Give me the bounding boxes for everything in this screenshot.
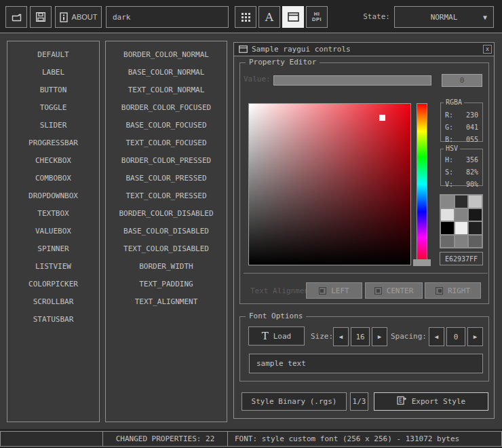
close-icon[interactable]: x [483,45,492,54]
load-font-button[interactable]: T Load [248,326,305,346]
property-list-item[interactable]: BASE_COLOR_PRESSED [106,170,227,187]
palette-swatch[interactable] [469,195,482,208]
folder-icon [11,12,22,22]
rgba-group: RGBA R:230 G:041 B:055 [440,102,483,142]
property-list-item[interactable]: TEXT_PADDING [106,276,227,293]
window-titlebar[interactable]: Sample raygui controls [234,43,494,56]
palette-swatch[interactable] [455,209,468,221]
align-center-button[interactable]: CENTER [365,282,423,299]
palette-swatch[interactable] [469,222,482,234]
style-color-palette [440,194,483,248]
property-list-item[interactable]: BASE_COLOR_DISABLED [106,223,227,240]
page-indicator[interactable]: 1/3 [350,392,368,411]
spacing-value-box[interactable]: 0 [446,327,465,346]
color-picker-cursor[interactable] [379,115,385,121]
grid-mode-button[interactable] [235,6,256,28]
control-list-item[interactable]: COMBOBOX [7,170,99,187]
spacing-decrease-button[interactable]: ◀ [429,327,444,346]
property-list-item[interactable]: BORDER_WIDTH [106,258,227,276]
property-list-item[interactable]: BORDER_COLOR_DISABLED [106,205,227,223]
property-list-item[interactable]: TEXT_COLOR_FOCUSED [106,134,227,152]
align-left-button[interactable]: LEFT [306,282,362,299]
statusbar: CHANGED PROPERTIES: 22 FONT: style custo… [0,429,502,448]
hue-bar[interactable] [417,103,427,265]
palette-swatch[interactable] [469,236,482,248]
rguistyler-app: ABOUT dark A HI DPI State: NORMAL ▼ [0,0,502,448]
font-options-label: Font Options [246,312,306,320]
property-list-item[interactable]: BORDER_COLOR_PRESSED [106,152,227,170]
hsv-hue-row: H:356 [441,153,482,166]
palette-swatch[interactable] [441,209,454,221]
palette-swatch[interactable] [455,222,468,234]
font-A-icon: A [265,10,273,24]
control-list-item[interactable]: SCROLLBAR [7,293,99,311]
properties-list: BORDER_COLOR_NORMAL BASE_COLOR_NORMAL TE… [105,41,227,422]
align-right-icon [436,287,443,295]
text-alignment-label: Text Alignmen [250,286,306,295]
control-list-item[interactable]: LISTVIEW [7,258,99,276]
hsv-label: HSV [444,145,460,152]
property-list-item[interactable]: TEXT_COLOR_NORMAL [106,81,227,99]
control-list-item[interactable]: SPINNER [7,240,99,258]
control-list-item[interactable]: PROGRESSBAR [7,134,99,152]
property-list-item[interactable]: TEXT_COLOR_PRESSED [106,187,227,205]
palette-swatch[interactable] [441,195,454,208]
about-button[interactable]: ABOUT [55,6,102,28]
style-name-input[interactable]: dark [106,6,229,28]
property-list-item[interactable]: TEXT_COLOR_DISABLED [106,240,227,258]
size-value-box[interactable]: 16 [351,327,370,346]
state-dropdown[interactable]: NORMAL ▼ [394,6,494,28]
property-list-item[interactable]: BORDER_COLOR_NORMAL [106,46,227,64]
window-title-icon [239,43,248,56]
palette-swatch[interactable] [441,222,454,234]
grid-icon [241,12,251,22]
save-button[interactable] [30,6,52,28]
state-dropdown-value: NORMAL [431,13,458,22]
control-list-item[interactable]: VALUEBOX [7,223,99,240]
hue-bar-thumb[interactable] [413,259,431,266]
palette-swatch[interactable] [441,236,454,248]
svg-text:E: E [399,398,402,404]
font-T-icon: T [262,331,269,341]
control-list-item[interactable]: COLORPICKER [7,276,99,293]
property-list-item[interactable]: BASE_COLOR_NORMAL [106,64,227,81]
hidpi-button[interactable]: HI DPI [306,6,328,28]
hex-color-value[interactable]: E62937FF [440,252,483,265]
chevron-down-icon: ▼ [483,14,487,21]
color-picker-panel[interactable] [248,103,411,265]
property-list-item[interactable]: BORDER_COLOR_FOCUSED [106,99,227,117]
info-icon [60,12,68,22]
align-right-button[interactable]: RIGHT [425,282,481,299]
control-list-item[interactable]: STATUSBAR [7,311,99,329]
palette-swatch[interactable] [455,195,468,208]
control-list-item[interactable]: SLIDER [7,117,99,134]
control-list-item[interactable]: TOGGLE [7,99,99,117]
export-style-button[interactable]: E Export Style [374,392,488,411]
control-list-item[interactable]: CHECKBOX [7,152,99,170]
control-list-item[interactable]: BUTTON [7,81,99,99]
property-list-item[interactable]: TEXT_ALIGNMENT [106,293,227,311]
palette-swatch[interactable] [455,236,468,248]
changed-properties-status: CHANGED PROPERTIES: 22 [102,431,228,447]
value-slider[interactable] [273,75,431,86]
new-file-button[interactable] [5,6,27,28]
control-list-item[interactable]: DROPDOWNBOX [7,187,99,205]
sample-text-input[interactable]: sample text [249,354,483,373]
palette-swatch[interactable] [469,209,482,221]
size-decrease-button[interactable]: ◀ [333,327,349,346]
style-binary-dropdown[interactable]: Style Binary (.rgs) [242,392,347,411]
value-box[interactable]: 0 [442,74,482,87]
size-label: Size: [311,332,333,341]
control-list-item[interactable]: DEFAULT [7,46,99,64]
sample-controls-window: Sample raygui controls x Property Editor… [233,42,495,419]
window-mode-button[interactable] [282,6,304,28]
control-list-item[interactable]: LABEL [7,64,99,81]
control-list-item[interactable]: TEXTBOX [7,205,99,223]
property-list-item[interactable]: BASE_COLOR_FOCUSED [106,117,227,134]
right-arrow-icon: ▶ [474,333,477,340]
font-mode-button[interactable]: A [258,6,280,28]
size-increase-button[interactable]: ▶ [372,327,387,346]
window-title: Sample raygui controls [252,45,351,54]
left-arrow-icon: ◀ [339,333,343,340]
spacing-increase-button[interactable]: ▶ [467,327,483,346]
